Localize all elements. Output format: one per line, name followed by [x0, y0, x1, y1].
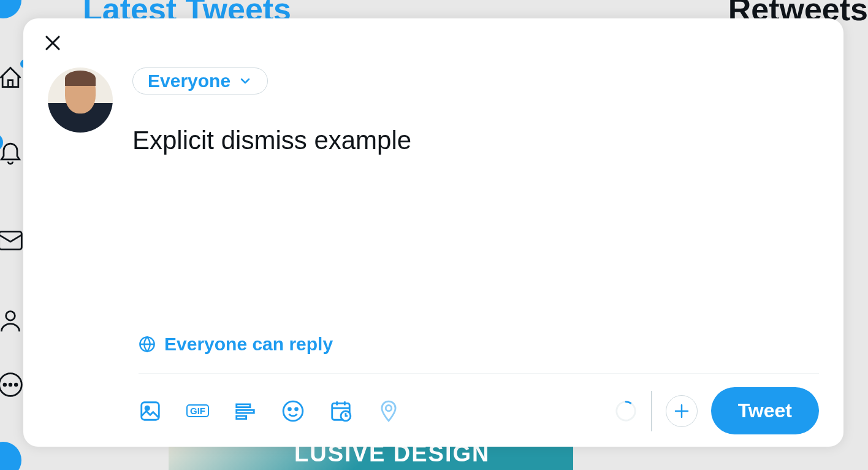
toolbar-right: Tweet: [614, 387, 819, 434]
poll-button[interactable]: [234, 399, 257, 423]
image-icon: [139, 399, 162, 423]
tweet-button[interactable]: Tweet: [711, 387, 819, 434]
character-counter: [614, 399, 638, 423]
emoji-button[interactable]: [281, 399, 305, 423]
svg-rect-8: [142, 402, 159, 420]
svg-rect-0: [8, 80, 12, 87]
gif-button[interactable]: GIF: [186, 404, 209, 417]
audience-selector-button[interactable]: Everyone: [132, 67, 268, 94]
compose-toolbar: GIF: [139, 387, 819, 434]
compose-tweet-modal: Everyone Explicit dismiss example Everyo…: [23, 18, 843, 447]
svg-point-12: [295, 407, 298, 410]
profile-icon: [0, 307, 24, 336]
svg-point-2: [6, 311, 15, 320]
reply-settings-label: Everyone can reply: [164, 334, 333, 355]
schedule-button[interactable]: [329, 399, 352, 423]
gif-icon: GIF: [186, 404, 209, 417]
svg-point-16: [617, 401, 635, 420]
user-avatar: [48, 67, 113, 133]
svg-point-15: [386, 405, 392, 411]
more-icon: [0, 371, 24, 401]
modal-body: Everyone Explicit dismiss example: [23, 61, 843, 330]
svg-point-6: [15, 383, 17, 386]
add-thread-button[interactable]: [666, 395, 698, 427]
reply-settings-button[interactable]: Everyone can reply: [132, 330, 339, 358]
location-button[interactable]: [377, 399, 400, 423]
close-button[interactable]: [40, 31, 65, 55]
home-icon: [0, 64, 24, 94]
svg-point-10: [283, 401, 303, 421]
vertical-divider: [651, 391, 652, 431]
modal-header: [23, 18, 843, 61]
divider: [139, 373, 819, 374]
media-button[interactable]: [139, 399, 162, 423]
svg-point-11: [289, 407, 291, 410]
audience-label: Everyone: [148, 71, 230, 91]
svg-point-4: [4, 383, 6, 386]
plus-icon: [672, 402, 691, 420]
poll-icon: [234, 399, 257, 423]
toolbar-left: GIF: [139, 399, 400, 423]
notifications-icon: 1: [0, 138, 24, 168]
emoji-icon: [281, 399, 305, 423]
svg-point-9: [145, 406, 149, 410]
chevron-down-icon: [238, 74, 253, 88]
bg-compose-button: [0, 442, 21, 470]
modal-footer: Everyone can reply GIF: [23, 330, 843, 447]
bg-logo-circle: [0, 0, 21, 18]
location-icon: [377, 399, 400, 423]
compose-column: Everyone Explicit dismiss example: [132, 67, 819, 330]
globe-icon: [139, 336, 156, 353]
close-icon: [44, 34, 62, 52]
compose-textarea[interactable]: Explicit dismiss example: [132, 124, 819, 158]
messages-icon: [0, 227, 24, 256]
svg-point-5: [9, 383, 12, 386]
schedule-icon: [329, 399, 352, 423]
